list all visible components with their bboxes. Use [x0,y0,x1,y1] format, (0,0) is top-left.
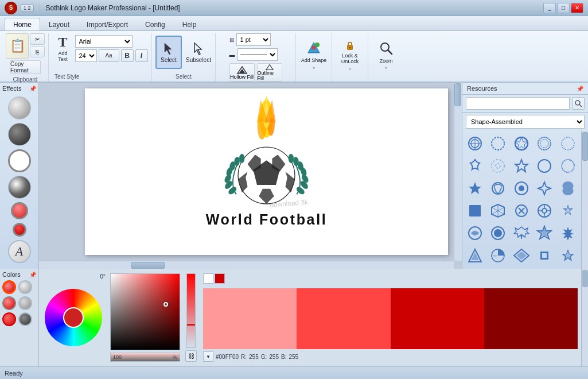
cut-button[interactable]: ✂ [30,33,45,45]
close-button[interactable]: ✕ [571,3,583,13]
effect-3[interactable] [8,149,31,172]
big-swatch-3[interactable] [391,288,484,349]
color-swatch-red-ring[interactable] [2,296,16,310]
effect-6[interactable] [13,223,26,237]
ribbon-select-group: Select Subselect Select [152,33,216,82]
color-opacity-bar[interactable]: 100 % [110,353,180,362]
shape-item[interactable] [488,245,508,266]
search-input[interactable] [466,97,570,110]
stroke-style-select[interactable]: ────── - - - - · · · · [237,48,278,61]
shape-item[interactable] [534,178,555,199]
shape-item[interactable] [511,223,532,243]
color-gradient-box[interactable] [110,273,180,350]
resources-pin-icon[interactable]: 📌 [577,86,583,92]
shape-item[interactable] [534,245,555,266]
tab-home[interactable]: Home [5,18,40,30]
add-text-button[interactable]: T Add Text [53,33,73,63]
horizontal-scrollbar-thumb[interactable] [131,262,165,269]
shape-item[interactable] [511,200,532,221]
tab-help[interactable]: Help [174,18,205,30]
shape-item[interactable] [558,133,578,154]
shape-item[interactable] [558,156,578,176]
colors-pin-icon[interactable]: 📌 [29,272,36,278]
lock-unlock-button[interactable]: Lock & UnLock ▾ [336,39,364,72]
vertical-scrollbar-thumb[interactable] [454,83,461,106]
tab-config[interactable]: Config [137,18,174,30]
effect-1[interactable] [8,96,31,119]
color-dropdown-button[interactable]: ▼ [203,351,213,362]
color-swatch-gray-ring[interactable] [18,280,32,294]
chain-link-button[interactable]: ⛓ [185,350,197,362]
color-wheel-area[interactable]: 0° [39,269,108,366]
color-swatch-gray-ring-2[interactable] [18,296,32,310]
effect-4[interactable] [8,176,31,199]
shape-item[interactable] [465,200,485,221]
shape-item[interactable] [511,245,532,266]
shape-item[interactable] [465,156,485,176]
font-size-select[interactable]: 24 [75,49,97,62]
effect-5[interactable] [11,202,28,219]
antialiasing-button[interactable]: Aa [99,49,119,62]
shape-item[interactable] [558,245,578,266]
effects-pin-icon[interactable]: 📌 [29,86,36,92]
resources-scrollbar[interactable] [581,131,588,269]
shape-item[interactable] [488,178,508,199]
effect-2[interactable] [8,123,31,146]
paste-button[interactable]: 📋 [6,33,29,59]
resources-scrollbar-thumb[interactable] [582,132,588,161]
resources-panel: Resources 📌 Shape-Assembled Shape-Basic … [462,83,588,269]
add-shape-button[interactable]: Add Shape ▾ [299,39,328,72]
hollow-fill-button[interactable]: Hollow Fill [229,63,255,82]
shape-item[interactable] [534,200,555,221]
colors-scrollbar-thumb[interactable] [582,270,588,287]
shape-item[interactable] [488,133,508,154]
search-button[interactable] [572,97,585,110]
minimize-button[interactable]: _ [543,3,556,13]
canvas-vertical-scrollbar[interactable] [454,83,462,261]
canvas-horizontal-scrollbar[interactable] [39,261,454,269]
subselect-button[interactable]: Subselect [185,36,212,69]
shape-item[interactable] [511,178,532,199]
bold-button[interactable]: B [121,49,134,62]
shape-item[interactable] [534,223,555,243]
stroke-width-select[interactable]: 1 pt2 pt3 pt [236,33,271,46]
color-wheel[interactable] [45,289,102,346]
color-swatch-dark-ring[interactable] [18,312,32,326]
shape-item[interactable] [558,223,578,243]
shape-item[interactable] [511,133,532,154]
shape-item[interactable] [488,200,508,221]
shape-item[interactable] [558,178,578,199]
color-swatch-red-small-ring[interactable] [2,312,16,326]
shape-item[interactable] [534,133,555,154]
shape-item[interactable] [465,223,485,243]
shape-type-select[interactable]: Shape-Assembled Shape-Basic Shape-Comple… [466,115,585,129]
zoom-button[interactable]: Zoom ▾ [372,39,400,72]
big-swatch-4[interactable] [484,288,578,349]
effect-text-a[interactable]: A [8,240,31,263]
big-swatch-1[interactable] [203,288,297,349]
copy-format-button[interactable]: Copy Format [10,60,41,74]
shape-item[interactable] [488,156,508,176]
shape-item[interactable] [558,200,578,221]
color-swatch-red-outer[interactable] [2,280,16,294]
outline-fill-button[interactable]: Outline Fill [257,63,282,82]
restore-button[interactable]: □ [557,3,570,13]
ribbon-text-style-group: T Add Text Arial 24 Aa B [49,33,152,82]
canvas-area[interactable]: World Football download 3k [39,83,462,269]
italic-button[interactable]: I [135,49,148,62]
colors-panel-scrollbar[interactable] [581,269,588,366]
alpha-strip[interactable] [186,273,196,348]
copy-button[interactable]: ⎘ [30,46,45,57]
font-select[interactable]: Arial [75,35,133,48]
shape-item[interactable] [465,245,485,266]
select-button[interactable]: Select [155,36,182,69]
shape-item[interactable] [465,178,485,199]
tab-import-export[interactable]: Import/Export [78,18,137,30]
big-swatch-2[interactable] [297,288,390,349]
shape-item[interactable] [534,156,555,176]
ribbon-zoom-group: Zoom ▾ [368,33,404,82]
shape-item[interactable] [488,223,508,243]
tab-layout[interactable]: Layout [40,18,78,30]
shape-item[interactable] [465,133,485,154]
shape-item[interactable] [511,156,532,176]
